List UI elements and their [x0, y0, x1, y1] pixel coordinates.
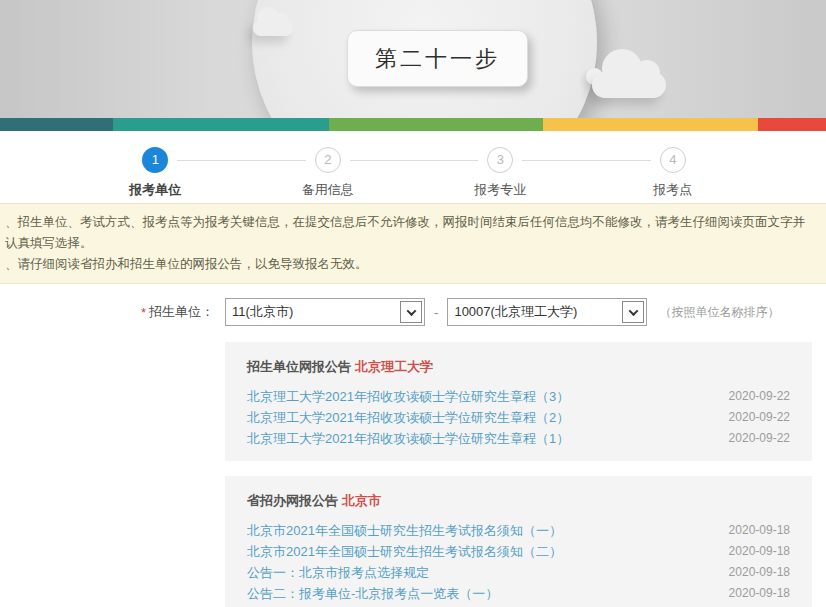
progress-steps-bar: 1 报考单位 2 备用信息 3 报考专业 4 报考点: [0, 131, 826, 203]
unit-select-value: 10007(北京理工大学): [448, 303, 620, 321]
step-title: 第二十一步: [375, 44, 500, 74]
separator-dash: -: [434, 305, 438, 320]
notice-row: 北京理工大学2021年招收攻读硕士学位研究生章程（1） 2020-09-22: [247, 428, 790, 449]
notice-date: 2020-09-18: [729, 562, 790, 583]
step-label: 报考专业: [414, 181, 587, 199]
province-select[interactable]: 11(北京市): [225, 298, 425, 326]
province-notices-panel: 省招办网报公告北京市 北京市2021年全国硕士研究生招生考试报名须知（一） 20…: [225, 476, 812, 607]
cloud-icon: [253, 20, 293, 36]
unit-select[interactable]: 10007(北京理工大学): [447, 298, 647, 326]
step-item-2: 2 备用信息: [242, 147, 415, 199]
step-label: 报考点: [587, 181, 760, 199]
color-stripe: [0, 118, 826, 131]
notice-link[interactable]: 北京理工大学2021年招收攻读硕士学位研究生章程（2）: [247, 407, 569, 428]
notice-date: 2020-09-22: [729, 407, 790, 428]
panel-title-highlight: 北京理工大学: [355, 359, 433, 374]
warning-line-1: 、招生单位、考试方式、报考点等为报考关键信息，在提交信息后不允许修改，网报时间结…: [5, 212, 816, 254]
notice-date: 2020-09-22: [729, 386, 790, 407]
dropdown-arrow-icon[interactable]: [400, 301, 422, 323]
required-asterisk: *: [141, 305, 146, 320]
top-banner: 第二十一步: [0, 0, 826, 118]
province-select-value: 11(北京市): [226, 303, 398, 321]
recruiting-unit-form-row: * 招生单位： 11(北京市) - 10007(北京理工大学) （按照单位名称排…: [0, 297, 826, 327]
notice-link[interactable]: 公告一：北京市报考点选择规定: [247, 562, 429, 583]
stripe-segment: [543, 118, 758, 131]
notice-row: 北京理工大学2021年招收攻读硕士学位研究生章程（3） 2020-09-22: [247, 386, 790, 407]
notice-date: 2020-09-22: [729, 428, 790, 449]
step-circle: 2: [315, 147, 341, 173]
step-circle: 4: [660, 147, 686, 173]
cloud-icon: [592, 72, 666, 98]
stripe-segment: [113, 118, 329, 131]
step-item-4: 4 报考点: [587, 147, 760, 199]
province-notices-list: 北京市2021年全国硕士研究生招生考试报名须知（一） 2020-09-18 北京…: [247, 520, 790, 607]
unit-notices-title: 招生单位网报公告北京理工大学: [247, 357, 790, 377]
unit-notices-list: 北京理工大学2021年招收攻读硕士学位研究生章程（3） 2020-09-22 北…: [247, 386, 790, 449]
warning-notice: 、招生单位、考试方式、报考点等为报考关键信息，在提交信息后不允许修改，网报时间结…: [0, 203, 826, 284]
notice-row: 北京市2021年全国硕士研究生招生考试报名须知（二） 2020-09-18: [247, 541, 790, 562]
notice-row: 公告一：北京市报考点选择规定 2020-09-18: [247, 562, 790, 583]
chevron-down-icon: [628, 306, 638, 316]
notice-date: 2020-09-18: [729, 583, 790, 604]
stripe-segment: [0, 118, 113, 131]
notice-row: 北京理工大学2021年招收攻读硕士学位研究生章程（2） 2020-09-22: [247, 407, 790, 428]
step-label: 备用信息: [242, 181, 415, 199]
step-title-box: 第二十一步: [347, 30, 528, 87]
sort-order-hint: （按照单位名称排序）: [659, 304, 779, 321]
notice-row: 公告二：报考单位-北京报考点一览表（一） 2020-09-18: [247, 583, 790, 604]
panel-title-highlight: 北京市: [342, 493, 381, 508]
unit-notices-panel: 招生单位网报公告北京理工大学 北京理工大学2021年招收攻读硕士学位研究生章程（…: [225, 342, 812, 461]
notice-link[interactable]: 北京市2021年全国硕士研究生招生考试报名须知（一）: [247, 520, 562, 541]
notice-row: 北京市2021年全国硕士研究生招生考试报名须知（一） 2020-09-18: [247, 520, 790, 541]
stripe-segment: [758, 118, 826, 131]
stripe-segment: [329, 118, 543, 131]
notice-link[interactable]: 北京市2021年全国硕士研究生招生考试报名须知（二）: [247, 541, 562, 562]
panel-title-text: 省招办网报公告: [247, 493, 338, 508]
warning-line-2: 、请仔细阅读省招办和招生单位的网报公告，以免导致报名无效。: [5, 254, 816, 275]
chevron-down-icon: [406, 306, 416, 316]
step-circle: 1: [142, 147, 168, 173]
notice-link[interactable]: 公告二：报考单位-北京报考点一览表（一）: [247, 583, 498, 604]
notice-link[interactable]: 北京理工大学2021年招收攻读硕士学位研究生章程（3）: [247, 386, 569, 407]
notice-link[interactable]: 北京理工大学2021年招收攻读硕士学位研究生章程（1）: [247, 428, 569, 449]
dropdown-arrow-icon[interactable]: [622, 301, 644, 323]
panel-title-text: 招生单位网报公告: [247, 359, 351, 374]
notice-date: 2020-09-18: [729, 541, 790, 562]
recruiting-unit-label: 招生单位：: [149, 303, 214, 321]
step-item-3: 3 报考专业: [414, 147, 587, 199]
province-notices-title: 省招办网报公告北京市: [247, 491, 790, 511]
step-item-1: 1 报考单位: [69, 147, 242, 199]
progress-steps: 1 报考单位 2 备用信息 3 报考专业 4 报考点: [69, 147, 759, 199]
step-label: 报考单位: [69, 181, 242, 199]
notice-date: 2020-09-18: [729, 520, 790, 541]
step-circle: 3: [487, 147, 513, 173]
